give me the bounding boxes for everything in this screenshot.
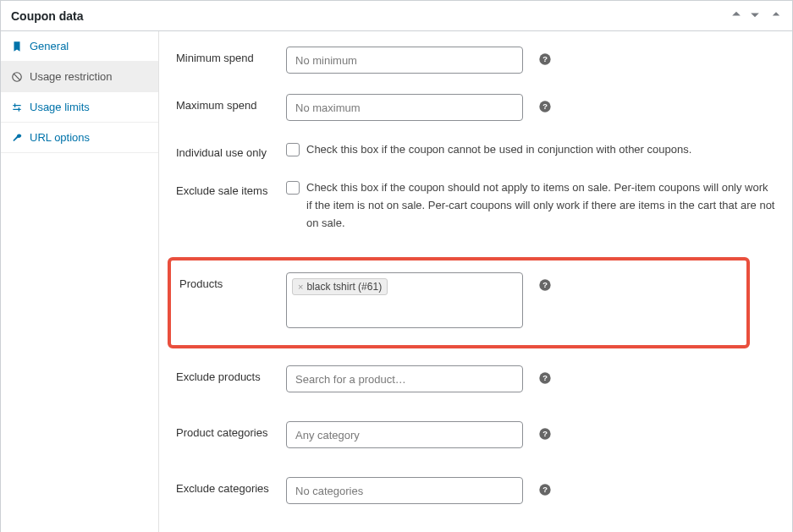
- panel-title: Coupon data: [11, 9, 84, 23]
- individual-use-description: Check this box if the coupon cannot be u…: [306, 141, 691, 159]
- product-categories-input[interactable]: Any category: [286, 421, 523, 448]
- panel-controls: [730, 8, 782, 24]
- sliders-icon: [11, 101, 23, 113]
- sidebar-item-usage-restriction[interactable]: Usage restriction: [1, 62, 158, 92]
- bookmark-icon: [11, 41, 23, 52]
- coupon-data-panel: Coupon data General: [0, 0, 793, 532]
- products-highlight: Products × black tshirt (#61) ?: [168, 257, 750, 348]
- help-icon[interactable]: ?: [538, 52, 552, 66]
- sidebar-label: General: [30, 40, 69, 52]
- field-products: Products × black tshirt (#61) ?: [176, 272, 738, 328]
- label-exclude-products: Exclude products: [176, 365, 286, 383]
- help-icon[interactable]: ?: [538, 100, 552, 113]
- label-exclude-sale: Exclude sale items: [176, 179, 286, 197]
- label-maximum-spend: Maximum spend: [176, 94, 286, 112]
- svg-text:?: ?: [542, 282, 548, 290]
- sidebar-label: URL options: [30, 131, 90, 144]
- field-exclude-products: Exclude products Search for a product… ?: [176, 365, 775, 392]
- field-individual-use: Individual use only Check this box if th…: [176, 141, 775, 159]
- wrench-icon: [11, 132, 23, 144]
- help-icon[interactable]: ?: [538, 427, 552, 441]
- svg-text:?: ?: [542, 55, 548, 63]
- sidebar-item-usage-limits[interactable]: Usage limits: [1, 92, 158, 123]
- help-icon[interactable]: ?: [538, 278, 552, 292]
- remove-tag-icon[interactable]: ×: [298, 282, 303, 292]
- label-minimum-spend: Minimum spend: [176, 47, 286, 64]
- field-minimum-spend: Minimum spend ?: [176, 47, 775, 74]
- sidebar-label: Usage limits: [30, 101, 90, 113]
- label-exclude-categories: Exclude categories: [176, 477, 286, 495]
- move-up-icon[interactable]: [730, 8, 743, 24]
- help-icon[interactable]: ?: [538, 371, 552, 385]
- product-tag-label: black tshirt (#61): [306, 281, 382, 293]
- sidebar: General Usage restriction Usage limits: [1, 31, 159, 532]
- label-products: Products: [176, 272, 286, 290]
- product-tag: × black tshirt (#61): [292, 278, 388, 295]
- individual-use-checkbox[interactable]: [286, 143, 300, 156]
- sidebar-label: Usage restriction: [30, 70, 113, 83]
- svg-line-1: [14, 73, 20, 80]
- svg-text:?: ?: [542, 486, 548, 495]
- exclude-products-input[interactable]: Search for a product…: [286, 365, 523, 392]
- sidebar-item-url-options[interactable]: URL options: [1, 123, 158, 153]
- maximum-spend-input[interactable]: [286, 94, 523, 121]
- exclude-products-placeholder: Search for a product…: [295, 373, 406, 386]
- svg-text:?: ?: [542, 431, 548, 439]
- field-exclude-categories: Exclude categories No categories ?: [176, 477, 775, 504]
- exclude-categories-input[interactable]: No categories: [286, 477, 523, 504]
- field-product-categories: Product categories Any category ?: [176, 421, 775, 448]
- exclude-sale-checkbox[interactable]: [286, 181, 300, 195]
- exclude-categories-placeholder: No categories: [295, 485, 363, 497]
- field-exclude-sale: Exclude sale items Check this box if the…: [176, 179, 775, 232]
- field-maximum-spend: Maximum spend ?: [176, 94, 775, 121]
- panel-header: Coupon data: [1, 1, 792, 31]
- ban-icon: [11, 71, 23, 83]
- svg-text:?: ?: [542, 375, 548, 383]
- toggle-panel-icon[interactable]: [770, 8, 782, 23]
- minimum-spend-input[interactable]: [286, 47, 523, 74]
- move-down-icon[interactable]: [748, 8, 762, 24]
- panel-body: General Usage restriction Usage limits: [1, 31, 792, 532]
- label-product-categories: Product categories: [176, 421, 286, 439]
- help-icon[interactable]: ?: [538, 483, 552, 496]
- products-input[interactable]: × black tshirt (#61): [286, 272, 523, 328]
- product-categories-placeholder: Any category: [295, 429, 360, 442]
- sidebar-item-general[interactable]: General: [1, 31, 158, 62]
- label-individual-use: Individual use only: [176, 141, 286, 159]
- content: Minimum spend ? Maximum spend ?: [159, 31, 792, 532]
- exclude-sale-description: Check this box if the coupon should not …: [306, 179, 775, 232]
- svg-text:?: ?: [542, 102, 548, 111]
